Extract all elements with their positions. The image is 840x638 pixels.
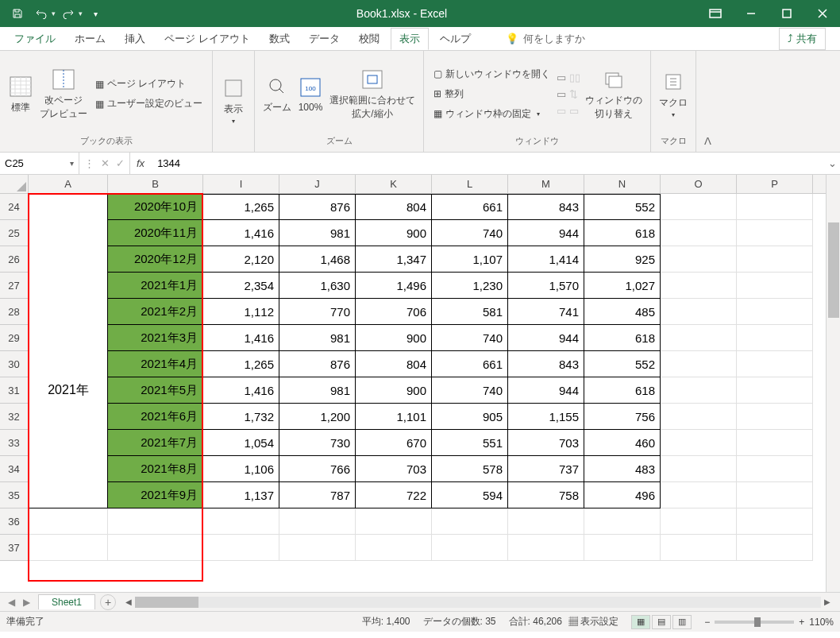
cell[interactable]	[661, 482, 737, 508]
cell[interactable]: 1,265	[203, 351, 279, 377]
cell[interactable]: 2021年3月	[108, 325, 203, 351]
cell[interactable]: 730	[279, 430, 356, 456]
cell[interactable]	[737, 482, 813, 508]
redo-button[interactable]	[57, 2, 79, 25]
cell[interactable]: 2020年11月	[108, 220, 203, 246]
cell[interactable]: 661	[432, 194, 508, 220]
cell[interactable]	[737, 508, 813, 535]
cell[interactable]: 981	[279, 377, 356, 404]
macros-button[interactable]: マクロ ▾	[657, 68, 689, 120]
cell[interactable]	[737, 535, 813, 561]
cell[interactable]: 618	[584, 220, 661, 246]
cell[interactable]: 876	[279, 194, 356, 220]
cell[interactable]	[737, 404, 813, 430]
cell[interactable]: 1,137	[203, 482, 279, 508]
cell[interactable]: 552	[584, 351, 661, 377]
cell[interactable]: 581	[432, 299, 508, 325]
maximize-button[interactable]	[769, 0, 804, 27]
cell[interactable]: 706	[356, 299, 432, 325]
cell[interactable]	[661, 377, 737, 404]
cell[interactable]: 1,570	[508, 273, 584, 299]
tab-help[interactable]: ヘルプ	[432, 29, 479, 49]
cell[interactable]: 618	[584, 325, 661, 351]
cell[interactable]: 2021年7月	[108, 430, 203, 456]
zoom-slider[interactable]	[715, 621, 794, 624]
cell[interactable]	[432, 508, 508, 535]
cell[interactable]: 1,468	[279, 246, 356, 273]
cell[interactable]	[737, 351, 813, 377]
cell[interactable]: 740	[432, 220, 508, 246]
enter-icon[interactable]: ✓	[116, 157, 125, 169]
cell[interactable]: 1,496	[356, 273, 432, 299]
cell[interactable]: 2020年12月	[108, 246, 203, 273]
freeze-panes-button[interactable]: ▦ウィンドウ枠の固定▾	[430, 106, 553, 122]
cell[interactable]	[661, 430, 737, 456]
cell[interactable]: 1,107	[432, 246, 508, 273]
formula-input[interactable]: 1344	[151, 153, 824, 174]
cell[interactable]: 2021年2月	[108, 299, 203, 325]
reset-pos-icon[interactable]: ▭	[569, 105, 580, 117]
cell[interactable]: 740	[432, 325, 508, 351]
cell[interactable]	[584, 535, 661, 561]
cell[interactable]: 843	[508, 194, 584, 220]
cell[interactable]: 551	[432, 430, 508, 456]
zoom-thumb[interactable]	[754, 617, 761, 627]
cell[interactable]: 843	[508, 351, 584, 377]
close-button[interactable]	[804, 0, 840, 27]
cell[interactable]: 1,347	[356, 246, 432, 273]
show-button[interactable]: 表示 ▾	[219, 74, 248, 126]
cell[interactable]: 1,112	[203, 299, 279, 325]
fx-icon[interactable]: fx	[130, 157, 151, 169]
row-header[interactable]: 31	[0, 377, 28, 404]
scrollbar-thumb[interactable]	[828, 222, 839, 318]
sheet-prev-icon[interactable]: ◀	[5, 597, 18, 608]
column-header[interactable]: B	[108, 175, 203, 193]
cell[interactable]: 618	[584, 377, 661, 404]
cell[interactable]: 670	[356, 430, 432, 456]
cell[interactable]: 661	[432, 351, 508, 377]
cells-area[interactable]: 2020年10月1,2658768046618435522020年11月1,41…	[29, 194, 826, 592]
cell[interactable]	[29, 482, 108, 508]
cell[interactable]: 594	[432, 482, 508, 508]
hide-icon[interactable]: ▭	[557, 88, 566, 100]
cell[interactable]: 787	[279, 482, 356, 508]
cell[interactable]	[661, 325, 737, 351]
cell[interactable]	[661, 508, 737, 535]
cell[interactable]	[737, 246, 813, 273]
zoom-out-button[interactable]: −	[704, 617, 710, 628]
column-header[interactable]: K	[356, 175, 432, 193]
cell[interactable]	[108, 508, 203, 535]
cell[interactable]	[29, 194, 108, 220]
cell[interactable]	[29, 535, 108, 561]
cell[interactable]: 740	[432, 377, 508, 404]
cell[interactable]	[661, 194, 737, 220]
new-window-button[interactable]: ▢新しいウィンドウを開く	[430, 66, 553, 83]
cell[interactable]	[661, 535, 737, 561]
cell[interactable]: 804	[356, 351, 432, 377]
cell[interactable]	[279, 508, 356, 535]
cell[interactable]: 2021年5月	[108, 377, 203, 404]
cell[interactable]	[29, 246, 108, 273]
cell[interactable]	[661, 404, 737, 430]
tab-data[interactable]: データ	[301, 29, 348, 49]
tab-file[interactable]: ファイル	[6, 29, 64, 49]
page-break-preview-button[interactable]: 改ページ プレビュー	[38, 65, 89, 122]
row-header[interactable]: 33	[0, 430, 28, 456]
cell[interactable]: 703	[508, 430, 584, 456]
column-header[interactable]: P	[737, 175, 813, 193]
qat-customize-icon[interactable]: ▾	[84, 2, 106, 25]
tab-review[interactable]: 校閲	[351, 29, 387, 49]
cell[interactable]	[737, 377, 813, 404]
cell[interactable]	[737, 220, 813, 246]
cell[interactable]: 944	[508, 377, 584, 404]
switch-windows-button[interactable]: ウィンドウの 切り替え	[584, 65, 644, 122]
sheet-next-icon[interactable]: ▶	[20, 597, 33, 608]
cell[interactable]	[356, 508, 432, 535]
page-break-mode-button[interactable]: ▥	[672, 615, 692, 629]
row-header[interactable]: 35	[0, 482, 28, 508]
cell[interactable]: 1,416	[203, 325, 279, 351]
vertical-scrollbar[interactable]	[826, 175, 840, 592]
sheet-tab[interactable]: Sheet1	[38, 594, 95, 609]
cell[interactable]: 900	[356, 220, 432, 246]
cell[interactable]: 1,630	[279, 273, 356, 299]
